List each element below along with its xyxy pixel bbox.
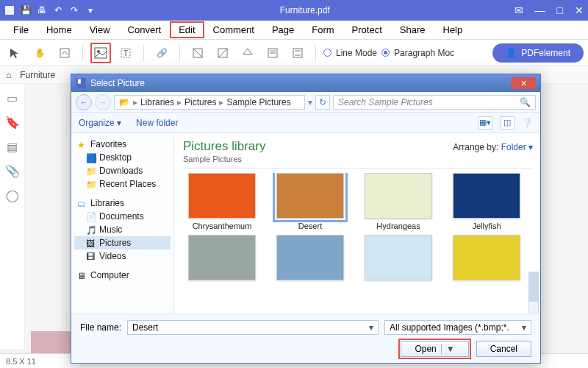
thumbnail-image: [276, 173, 344, 219]
annotations-icon[interactable]: ▤: [7, 140, 18, 154]
bookmark-icon[interactable]: 🔖: [5, 116, 20, 130]
search-input[interactable]: Search Sample Pictures 🔍: [333, 95, 536, 110]
tree-item-downloads[interactable]: 📁Downloads: [74, 164, 171, 177]
mail-icon[interactable]: ✉: [514, 4, 523, 16]
svg-line-7: [193, 49, 202, 57]
tree-libraries[interactable]: 🗂Libraries: [74, 197, 171, 210]
crop-icon[interactable]: [187, 43, 208, 63]
menu-view[interactable]: View: [81, 21, 119, 38]
content-scrollbar[interactable]: [528, 272, 539, 314]
folder-tree: ★Favorites 🟦Desktop 📁Downloads 📁Recent P…: [71, 133, 174, 314]
breadcrumb-seg[interactable]: Sample Pictures: [226, 97, 290, 107]
hand-tool-icon[interactable]: ✋: [29, 43, 50, 63]
thumbnail-item[interactable]: Chrysanthemum: [183, 173, 261, 230]
dialog-title: Select Picture: [90, 78, 145, 88]
thumbnail-item[interactable]: Jellyfish: [448, 173, 526, 230]
dialog-close-button[interactable]: ✕: [511, 77, 536, 89]
tree-item-music[interactable]: 🎵Music: [74, 223, 171, 236]
redo-icon[interactable]: ↷: [69, 5, 79, 15]
toolbar-divider: [82, 45, 83, 61]
tree-item-videos[interactable]: 🎞Videos: [74, 250, 171, 263]
arrange-by[interactable]: Arrange by: Folder ▾: [453, 142, 533, 152]
tree-item-pictures[interactable]: 🖼Pictures: [74, 236, 171, 250]
menu-page[interactable]: Page: [263, 21, 303, 38]
menu-help[interactable]: Help: [434, 21, 472, 38]
brand-label: PDFelement: [521, 48, 570, 58]
menu-convert[interactable]: Convert: [119, 21, 171, 38]
bates-icon[interactable]: [287, 43, 308, 63]
menu-share[interactable]: Share: [391, 21, 434, 38]
user-icon: 👤: [506, 48, 517, 58]
dialog-app-icon: ▘: [76, 78, 86, 88]
preview-pane-button[interactable]: ◫: [500, 116, 514, 130]
document-tab[interactable]: Furniture: [20, 70, 55, 80]
watermark-icon[interactable]: [212, 43, 233, 63]
background-icon[interactable]: [237, 43, 258, 63]
refresh-button[interactable]: ↻: [315, 95, 330, 110]
thumbnail-caption: Hydrangeas: [376, 222, 420, 230]
thumbnail-item[interactable]: [183, 235, 261, 280]
page-dimensions: 8.5 X 11: [6, 357, 36, 366]
tree-favorites[interactable]: ★Favorites: [74, 138, 171, 151]
minimize-icon[interactable]: —: [535, 4, 545, 16]
thumbnail-image: [188, 173, 256, 219]
file-type-filter[interactable]: All supported Images (*.bmp;*.▾: [384, 320, 531, 335]
select-tool-icon[interactable]: [4, 43, 25, 63]
paragraph-mode-radio[interactable]: [381, 49, 390, 57]
thumbnail-caption: Jellyfish: [472, 222, 501, 230]
maximize-icon[interactable]: □: [557, 4, 563, 16]
dialog-footer: File name: Desert▾ All supported Images …: [71, 314, 540, 363]
view-mode-button[interactable]: ▦▾: [478, 116, 492, 130]
home-icon[interactable]: ⌂: [6, 70, 11, 80]
header-footer-icon[interactable]: [262, 43, 283, 63]
breadcrumb-seg[interactable]: Pictures: [184, 97, 216, 107]
thumbnail-item[interactable]: [448, 235, 526, 280]
save-icon[interactable]: 💾: [21, 5, 31, 15]
search-panel-icon[interactable]: ◯: [6, 188, 19, 202]
open-button[interactable]: Open▼: [401, 341, 468, 357]
left-tool-strip: ▭ 🔖 ▤ 📎 ◯: [0, 84, 25, 349]
breadcrumb-seg[interactable]: Libraries: [140, 97, 174, 107]
file-name-input[interactable]: Desert▾: [127, 320, 379, 335]
tree-item-documents[interactable]: 📄Documents: [74, 210, 171, 223]
breadcrumb[interactable]: 📂 ▸ Libraries ▸ Pictures ▸ Sample Pictur…: [114, 95, 305, 110]
thumbnail-item[interactable]: Hydrangeas: [359, 173, 437, 230]
cancel-button[interactable]: Cancel: [476, 341, 531, 357]
attachments-icon[interactable]: 📎: [5, 164, 20, 178]
dialog-content: Pictures library Sample Pictures Arrange…: [174, 133, 540, 314]
file-name-label: File name:: [80, 322, 121, 333]
menu-edit[interactable]: Edit: [170, 21, 204, 38]
svg-rect-1: [60, 49, 69, 57]
print-icon[interactable]: 🖶: [37, 5, 47, 15]
menu-protect[interactable]: Protect: [343, 21, 391, 38]
line-mode-radio[interactable]: [323, 49, 331, 57]
tree-item-desktop[interactable]: 🟦Desktop: [74, 151, 171, 164]
undo-icon[interactable]: ↶: [53, 5, 63, 15]
close-app-icon[interactable]: ✕: [575, 4, 584, 16]
pdfelement-brand-button[interactable]: 👤 PDFelement: [492, 43, 584, 63]
add-text-icon[interactable]: T: [115, 43, 136, 63]
svg-line-9: [218, 49, 227, 57]
tree-item-recent[interactable]: 📁Recent Places: [74, 177, 171, 191]
svg-point-3: [97, 50, 100, 53]
new-folder-button[interactable]: New folder: [136, 118, 178, 128]
thumbnail-item[interactable]: Desert: [271, 173, 349, 230]
page-content-swatch: [31, 331, 75, 353]
help-icon[interactable]: ❔: [522, 118, 533, 128]
titlebar-more-icon[interactable]: ▾: [85, 5, 96, 15]
menu-file[interactable]: File: [4, 21, 37, 38]
organize-menu[interactable]: Organize ▾: [79, 118, 121, 128]
thumbnail-item[interactable]: [359, 235, 437, 280]
link-icon[interactable]: 🔗: [151, 43, 172, 63]
nav-back-button[interactable]: ←: [76, 94, 92, 110]
thumbnail-item[interactable]: [271, 235, 349, 280]
menu-home[interactable]: Home: [37, 21, 81, 38]
tree-computer[interactable]: 🖥Computer: [74, 269, 171, 282]
add-image-icon[interactable]: [90, 43, 111, 63]
edit-tool-icon[interactable]: [54, 43, 75, 63]
menu-comment[interactable]: Comment: [204, 21, 263, 38]
thumbnails-icon[interactable]: ▭: [7, 91, 18, 105]
menu-form[interactable]: Form: [303, 21, 343, 38]
library-title: Pictures library: [183, 139, 265, 154]
nav-forward-button[interactable]: →: [95, 94, 111, 110]
